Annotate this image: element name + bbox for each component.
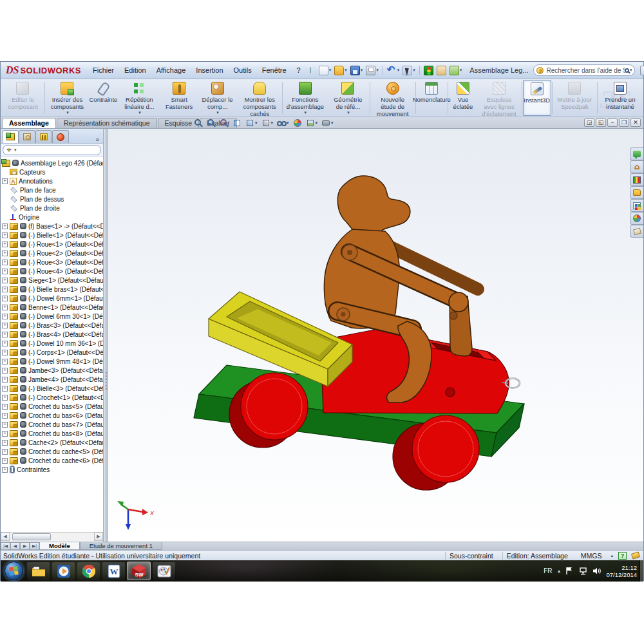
expand-toggle[interactable]: +	[2, 296, 8, 301]
tab-nav-2[interactable]: ▶	[20, 542, 30, 550]
tree-item[interactable]: +(-) Bras<4> (Défaut<<Défa	[1, 330, 103, 339]
taskpane-appearance-tab[interactable]	[630, 212, 643, 225]
expand-toggle[interactable]: +	[2, 332, 8, 337]
menu-fichier[interactable]: Fichier	[88, 64, 119, 77]
filter-dropdown-caret[interactable]: ▾	[14, 147, 17, 153]
search-icon[interactable]	[625, 68, 629, 73]
media-player-taskbar-button[interactable]	[52, 562, 75, 580]
menu-fentre[interactable]: Fenêtre	[257, 64, 292, 77]
tab-nav-3[interactable]: ▶|	[30, 542, 39, 550]
model-tab-mod-le[interactable]: Modèle	[39, 542, 80, 550]
expand-toggle[interactable]: +	[2, 232, 8, 238]
solidworks-taskbar-button[interactable]: SW	[127, 562, 151, 580]
tab-propertymanager-tab[interactable]	[19, 130, 35, 143]
tree-item[interactable]: +Jambe<3> (Défaut<<Défau	[1, 366, 103, 375]
motion-study-button[interactable]: Nouvelle étude de mouvement	[371, 80, 415, 116]
zoom-area-button[interactable]	[205, 118, 217, 128]
tree-item[interactable]: Plan de droite	[1, 204, 103, 213]
tree-item[interactable]: Capteurs	[1, 167, 103, 176]
quick-tips-icon[interactable]: ?	[618, 552, 627, 560]
chrome-taskbar-button[interactable]	[77, 562, 100, 580]
expand-toggle[interactable]: +	[2, 368, 8, 374]
expand-toggle[interactable]: +	[2, 223, 8, 229]
scroll-left-arrow[interactable]: ◀	[1, 533, 10, 541]
expand-toggle[interactable]: +	[2, 440, 8, 446]
options-button[interactable]: ▾	[448, 65, 464, 76]
expand-toggle[interactable]: +	[2, 314, 8, 319]
tree-item[interactable]: +Siege<1> (Défaut<<Défaut	[1, 276, 103, 285]
tree-item[interactable]: +Crochet du bas<8> (Défaut	[1, 429, 103, 438]
dropdown-caret[interactable]: ▾	[287, 120, 289, 126]
tree-item[interactable]: +Crochet du bas<5> (Défaut	[1, 402, 103, 411]
network-icon[interactable]	[578, 567, 588, 575]
tree-item[interactable]: +(-) Bras<3> (Défaut<<Défa	[1, 321, 103, 330]
display-style-button[interactable]: ▾	[260, 118, 275, 128]
taskpane-palette-tab[interactable]	[630, 199, 643, 212]
menu-edition[interactable]: Edition	[119, 64, 151, 77]
menu-?[interactable]: ?	[292, 64, 306, 77]
exploded-view-button[interactable]: Vue éclatée	[449, 80, 477, 116]
tab-displaymanager-tab[interactable]	[52, 130, 69, 143]
expand-toggle[interactable]: +	[2, 341, 8, 346]
tree-item[interactable]: +(-) Bielle<3> (Défaut<<Déf	[1, 384, 103, 393]
word-taskbar-button[interactable]: W	[102, 562, 126, 580]
expand-toggle[interactable]: +	[2, 449, 8, 455]
scroll-right-arrow[interactable]: ▶	[94, 533, 103, 541]
tree-item[interactable]: +(-) Roue<2> (Défaut<<Défa	[1, 249, 103, 258]
expand-toggle[interactable]: +	[2, 242, 8, 247]
print-button[interactable]: ▾	[365, 65, 380, 76]
doc-window-button-2[interactable]: –	[607, 118, 618, 127]
edit-appearance-button[interactable]	[292, 118, 303, 128]
tab-repr-sentation-sch-matique[interactable]: Représentation schématique	[57, 118, 157, 128]
move-component-button[interactable]: Déplacer le comp...▾	[197, 80, 238, 116]
tree-item[interactable]: +Crochet du bas<7> (Défaut	[1, 420, 103, 429]
expand-toggle[interactable]: +	[2, 395, 8, 401]
3d-model-toy[interactable]: X	[108, 129, 644, 542]
tab-nav-1[interactable]: ◀	[10, 542, 20, 550]
expand-toggle[interactable]: +	[2, 269, 8, 274]
dropdown-caret[interactable]: ▾	[271, 120, 274, 126]
rebuild-button[interactable]	[422, 65, 435, 76]
new-document-button[interactable]: ▾	[317, 65, 333, 76]
file-properties-button[interactable]	[435, 65, 448, 76]
view-settings-button[interactable]: ▾	[320, 118, 335, 128]
taskpane-folder-tab[interactable]	[630, 186, 643, 199]
bill-of-materials-button[interactable]: Nomenclature	[416, 80, 447, 116]
search-input[interactable]: Rechercher dans l'aide de SolidWorks	[546, 67, 624, 74]
expand-toggle[interactable]: +	[2, 305, 8, 310]
taskpane-forum-tab[interactable]	[630, 147, 643, 160]
tree-item[interactable]: +(f) Base<1> -> (Défaut<<D	[1, 222, 103, 231]
tag-icon[interactable]	[631, 551, 640, 559]
tree-item[interactable]: +(-) Bielle<1> (Défaut<<Déf	[1, 231, 103, 240]
tree-item[interactable]: +(-) Bielle bras<1> (Défaut<	[1, 285, 103, 294]
taskpane-library-tab[interactable]	[630, 173, 643, 186]
dropdown-caret[interactable]: ▾	[305, 110, 307, 115]
undo-button[interactable]: ▾	[386, 65, 401, 76]
units-selector[interactable]: MMGS	[577, 552, 606, 560]
zoom-selection-button[interactable]	[218, 118, 230, 128]
instant3d-button[interactable]: Instant3D	[523, 80, 551, 116]
pin-menu-icon[interactable]	[310, 67, 311, 73]
reference-geometry-button[interactable]: Géométrie de réfé...▾	[327, 80, 369, 116]
menu-outils[interactable]: Outils	[229, 64, 257, 77]
tree-item[interactable]: +Crochet du cache<6> (Défa	[1, 456, 103, 465]
expand-toggle[interactable]: +	[2, 359, 8, 365]
units-caret-icon[interactable]: ▴	[611, 553, 613, 558]
doc-window-button-3[interactable]: ❒	[619, 118, 629, 127]
doc-window-button-4[interactable]: ✕	[630, 118, 641, 127]
tree-item[interactable]: +Jambe<4> (Défaut<<Défau	[1, 375, 103, 384]
zoom-fit-button[interactable]	[193, 118, 204, 128]
dropdown-caret[interactable]: ▾	[66, 110, 69, 115]
taskpane-properties-tab[interactable]	[630, 225, 643, 238]
expand-toggle[interactable]: +	[2, 251, 8, 256]
volume-icon[interactable]	[592, 567, 601, 575]
hide-show-items-button[interactable]: ▾	[276, 118, 290, 128]
dropdown-caret[interactable]: ▾	[255, 120, 258, 126]
action-center-flag-icon[interactable]	[565, 567, 574, 575]
dropdown-caret[interactable]: ▾	[347, 110, 350, 115]
linear-pattern-button[interactable]: Répétition linéaire d...▾	[117, 80, 161, 116]
expand-toggle[interactable]: +	[2, 413, 8, 419]
apply-scene-button[interactable]: ▾	[305, 118, 319, 128]
doc-window-button-1[interactable]: ◱	[596, 118, 606, 127]
dropdown-caret[interactable]: ▾	[216, 110, 219, 115]
